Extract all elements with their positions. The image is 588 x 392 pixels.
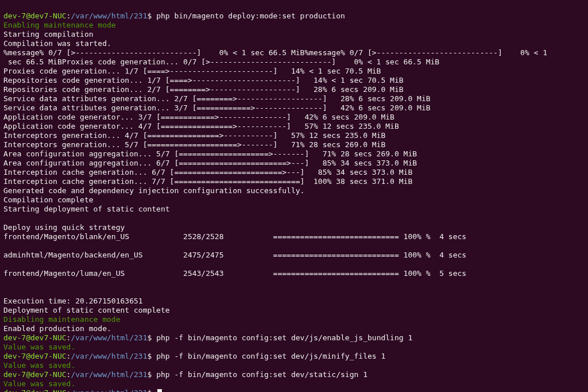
disable-maintenance: Disabling maintenance mode: [3, 315, 121, 324]
progress-int1: Interceptors generation... 4/7 [========…: [3, 131, 385, 140]
progress-area2: Area configuration aggregation... 6/7 [=…: [3, 159, 417, 167]
progress-msg2: sec 66.5 MiBProxies code generation... 0…: [3, 57, 439, 66]
start-compile: Starting compilation: [3, 30, 94, 39]
prompt-dollar-5: $: [147, 389, 156, 392]
prompt-dollar: $: [147, 11, 156, 20]
progress-cache1: Interception cache generation... 6/7 [==…: [3, 168, 412, 176]
deploy-strategy: Deploy using quick strategy: [3, 223, 125, 232]
progress-cache2: Interception cache generation... 7/7 [==…: [3, 177, 412, 186]
prompt-dollar-2: $: [147, 333, 156, 342]
prompt-user-host-3: dev-7@dev7-NUC: [3, 352, 67, 360]
cmd-minify: php -f bin/magento config:set dev/js/min…: [156, 352, 385, 360]
progress-repos1: Repositories code generation... 1/7 [===…: [3, 76, 404, 84]
enable-maintenance: Enabling maintenance mode: [3, 21, 116, 29]
progress-app2: Application code generator... 4/7 [=====…: [3, 122, 399, 130]
compile-started: Compilation was started.: [3, 39, 111, 48]
progress-msg1: %message% 0/7 [>------------------------…: [3, 48, 547, 57]
val-saved-3: Value was saved.: [3, 379, 75, 388]
progress-proxies: Proxies code generation... 1/7 [====>---…: [3, 67, 381, 75]
cmd-sign: php -f bin/magento config:set dev/static…: [156, 370, 368, 379]
prompt-dollar-4: $: [147, 370, 156, 379]
progress-app1: Application code generator... 3/7 [=====…: [3, 113, 394, 121]
start-static: Starting deployment of static content: [3, 205, 170, 213]
val-saved-2: Value was saved.: [3, 361, 75, 370]
theme-3: frontend/Magento/luma/en_US 2543/2543 ==…: [3, 269, 466, 278]
terminal-output[interactable]: dev-7@dev7-NUC:/var/www/html/231$ php bi…: [0, 0, 588, 392]
theme-1: frontend/Magento/blank/en_US 2528/2528 =…: [3, 232, 466, 241]
prompt-path-3: /var/www/html/231: [71, 352, 147, 360]
prompt-path-5: /var/www/html/231: [71, 389, 147, 392]
prompt-dollar-3: $: [147, 352, 156, 360]
prompt-path-2: /var/www/html/231: [71, 333, 147, 342]
val-saved-1: Value was saved.: [3, 343, 75, 351]
progress-svc1: Service data attributes generation... 2/…: [3, 94, 431, 103]
enabled-prod: Enabled production mode.: [3, 324, 111, 333]
prompt-user-host-5: dev-7@dev7-NUC: [3, 389, 67, 392]
prompt-user-host: dev-7@dev7-NUC: [3, 11, 67, 20]
progress-area1: Area configuration aggregation... 5/7 [=…: [3, 149, 417, 158]
cursor[interactable]: [157, 389, 162, 392]
progress-int2: Interceptors generation... 5/7 [========…: [3, 140, 385, 149]
prompt-user-host-2: dev-7@dev7-NUC: [3, 333, 67, 342]
deploy-done: Deployment of static content complete: [3, 306, 170, 314]
cmd-deploy: php bin/magento deploy:mode:set producti…: [156, 11, 345, 20]
exec-time: Execution time: 20.267150163651: [3, 297, 143, 305]
theme-2: adminhtml/Magento/backend/en_US 2475/247…: [3, 251, 466, 259]
progress-repos2: Repositories code generation... 2/7 [===…: [3, 85, 404, 94]
gen-ok: Generated code and dependency injection …: [3, 186, 304, 195]
progress-svc2: Service data attributes generation... 3/…: [3, 103, 431, 112]
prompt-path: /var/www/html/231: [71, 11, 147, 20]
prompt-path-4: /var/www/html/231: [71, 370, 147, 379]
prompt-user-host-4: dev-7@dev7-NUC: [3, 370, 67, 379]
compile-done: Compilation complete: [3, 195, 94, 204]
cmd-js-bundling: php -f bin/magento config:set dev/js/ena…: [156, 333, 412, 342]
